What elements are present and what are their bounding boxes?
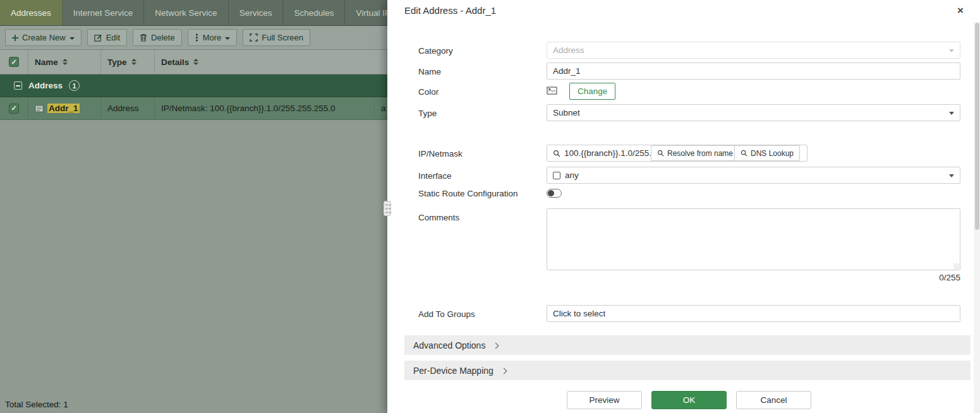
row-name: Addr_1 <box>47 104 80 113</box>
row-details: IP/Netmask: 100.{{branch}}.1.0/255.255.2… <box>161 104 335 113</box>
color-row: Color Change <box>387 83 980 100</box>
tab-internet-service[interactable]: Internet Service <box>63 0 145 25</box>
chevron-down-icon <box>949 174 954 177</box>
type-select[interactable]: Subnet <box>547 104 960 121</box>
toggle-knob-icon <box>548 190 554 196</box>
tab-label: Network Service <box>155 8 217 18</box>
toolbar: Create New Edit Delete More <box>0 26 387 50</box>
sort-icon[interactable] <box>63 59 68 65</box>
dialog-footer: Preview OK Cancel <box>387 391 980 409</box>
scrollbar[interactable] <box>974 22 980 413</box>
address-object-icon <box>35 105 44 112</box>
kebab-menu-icon <box>196 37 198 39</box>
table-row[interactable]: Addr_1 Address IP/Netmask: 100.{{branch}… <box>0 97 387 120</box>
edit-label: Edit <box>106 33 120 42</box>
chevron-down-icon <box>225 37 230 40</box>
create-new-button[interactable]: Create New <box>5 29 82 46</box>
preview-button[interactable]: Preview <box>567 391 642 409</box>
column-header-details[interactable]: Details <box>155 50 387 74</box>
resize-grip-icon[interactable] <box>953 263 959 269</box>
search-icon <box>553 150 560 157</box>
chevron-right-icon <box>500 368 507 374</box>
tab-schedules[interactable]: Schedules <box>283 0 345 25</box>
plus-icon <box>12 35 18 41</box>
column-header-name[interactable]: Name <box>28 50 101 74</box>
tab-label: Addresses <box>11 8 51 18</box>
search-icon <box>741 150 747 157</box>
address-group-row[interactable]: Address 1 <box>0 75 387 97</box>
add-to-groups-input[interactable]: Click to select <box>547 305 960 322</box>
advanced-options-section[interactable]: Advanced Options <box>404 335 971 355</box>
close-icon[interactable] <box>953 4 967 18</box>
column-label: Type <box>107 57 127 67</box>
sort-icon[interactable] <box>131 59 136 65</box>
category-select[interactable]: Address <box>547 42 960 59</box>
edit-pencil-icon <box>94 33 102 42</box>
group-count-badge: 1 <box>69 80 80 91</box>
select-all-checkbox[interactable] <box>9 57 19 67</box>
row-name-cell: Addr_1 <box>28 97 101 119</box>
row-checkbox[interactable] <box>9 104 19 114</box>
color-change-button[interactable]: Change <box>569 83 615 100</box>
per-device-mapping-section[interactable]: Per-Device Mapping <box>404 361 971 380</box>
tab-label: Services <box>239 8 272 18</box>
row-clipped-text: a <box>381 104 386 113</box>
comments-label: Comments <box>418 213 459 222</box>
ip-netmask-row: IP/Netmask 100.{{branch}}.1.0/255.255.25… <box>387 145 980 162</box>
tab-label: Schedules <box>294 8 334 18</box>
cancel-button[interactable]: Cancel <box>736 391 811 409</box>
more-label: More <box>203 33 222 42</box>
scrollbar-thumb[interactable] <box>975 23 979 230</box>
tab-network-service[interactable]: Network Service <box>144 0 228 25</box>
static-route-row: Static Route Configuration <box>387 187 980 200</box>
interface-value: any <box>565 171 579 180</box>
chevron-down-icon <box>949 112 954 115</box>
static-route-label: Static Route Configuration <box>418 189 518 198</box>
more-button[interactable]: More <box>188 29 238 46</box>
tab-addresses[interactable]: Addresses <box>0 0 63 25</box>
column-header-type[interactable]: Type <box>101 50 155 74</box>
comments-textarea[interactable] <box>547 208 960 270</box>
add-to-groups-label: Add To Groups <box>418 309 475 318</box>
row-clipped-cell: a <box>375 97 387 119</box>
tab-label: Internet Service <box>73 8 133 18</box>
category-row: Category Address <box>387 42 980 59</box>
tab-services[interactable]: Services <box>229 0 284 25</box>
ok-button[interactable]: OK <box>651 391 727 409</box>
column-label: Name <box>35 57 58 67</box>
row-type: Address <box>107 104 139 113</box>
ip-netmask-label: IP/Netmask <box>418 148 463 158</box>
category-value: Address <box>553 45 584 55</box>
interface-select[interactable]: any <box>547 167 960 184</box>
add-to-groups-value: Click to select <box>553 309 605 318</box>
status-bar: Total Selected: 1 <box>0 396 387 413</box>
type-value: Subnet <box>553 108 580 117</box>
chevron-right-icon <box>493 342 499 349</box>
delete-button[interactable]: Delete <box>133 29 182 46</box>
dialog-title: Edit Address - Addr_1 <box>404 5 496 16</box>
create-new-label: Create New <box>22 33 66 42</box>
sort-icon[interactable] <box>193 59 198 65</box>
edit-button[interactable]: Edit <box>87 29 127 46</box>
resolve-from-name-label: Resolve from name <box>667 149 733 158</box>
add-to-groups-row: Add To Groups Click to select <box>387 305 980 322</box>
full-screen-icon <box>250 33 258 42</box>
dns-lookup-button[interactable]: DNS Lookup <box>734 145 800 161</box>
collapse-icon[interactable] <box>14 81 22 90</box>
column-label: Details <box>161 57 189 67</box>
name-label: Name <box>418 66 441 76</box>
full-screen-button[interactable]: Full Screen <box>243 29 310 46</box>
full-screen-label: Full Screen <box>262 33 303 42</box>
row-details-cell: IP/Netmask: 100.{{branch}}.1.0/255.255.2… <box>155 97 375 119</box>
tab-bar: Addresses Internet Service Network Servi… <box>0 0 387 26</box>
interface-row: Interface any <box>387 167 980 184</box>
delete-label: Delete <box>151 33 175 42</box>
comments-counter: 0/255 <box>547 273 960 282</box>
resolve-from-name-button[interactable]: Resolve from name <box>651 145 739 161</box>
static-route-toggle[interactable] <box>547 189 562 198</box>
tab-virtual-ips[interactable]: Virtual IPs <box>345 0 387 25</box>
group-label: Address <box>28 81 63 90</box>
search-icon <box>657 150 664 157</box>
name-input[interactable] <box>547 63 960 80</box>
addresses-object-panel: Addresses Internet Service Network Servi… <box>0 0 387 413</box>
